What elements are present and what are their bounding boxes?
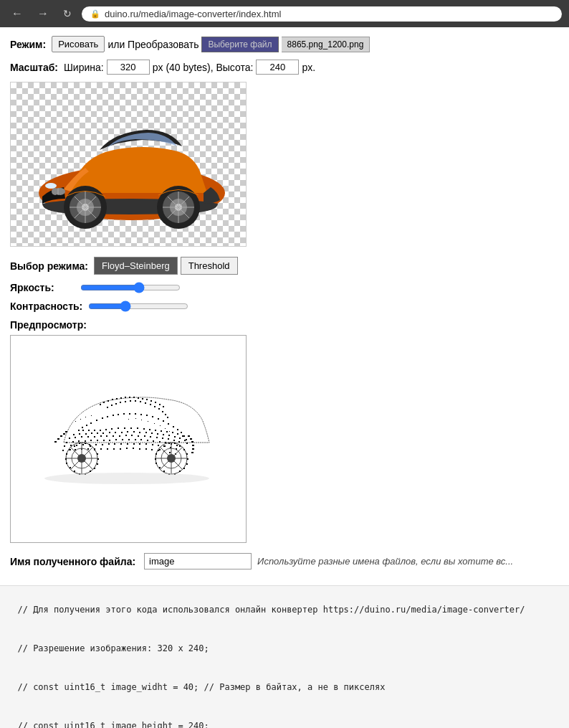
svg-rect-128 (122, 439, 123, 440)
svg-rect-125 (103, 440, 105, 441)
svg-rect-234 (179, 471, 181, 472)
forward-button[interactable]: → (33, 6, 53, 22)
svg-rect-201 (79, 443, 80, 444)
svg-rect-121 (78, 440, 80, 442)
svg-rect-106 (106, 435, 107, 437)
brightness-row: Яркость: (10, 282, 559, 293)
file-choose-button[interactable]: Выберите файл (201, 37, 278, 52)
svg-rect-134 (159, 441, 161, 443)
svg-rect-259 (190, 438, 192, 440)
svg-rect-117 (173, 440, 175, 441)
brightness-slider[interactable] (80, 282, 181, 293)
svg-rect-36 (158, 418, 159, 420)
floyd-steinberg-button[interactable]: Floyd–Steinberg (94, 257, 178, 275)
svg-rect-124 (97, 440, 98, 441)
svg-rect-169 (139, 448, 140, 450)
svg-rect-103 (87, 436, 89, 438)
svg-rect-111 (138, 435, 139, 437)
svg-rect-39 (173, 426, 174, 427)
svg-rect-49 (116, 398, 118, 400)
svg-rect-108 (119, 435, 120, 437)
svg-rect-174 (169, 452, 171, 453)
svg-rect-228 (179, 445, 181, 447)
svg-rect-171 (151, 449, 153, 450)
svg-rect-199 (70, 449, 71, 450)
svg-rect-22 (82, 427, 83, 428)
svg-rect-233 (183, 468, 185, 469)
mode-draw-button[interactable]: Рисовать (52, 36, 105, 52)
svg-rect-79 (182, 435, 183, 437)
svg-rect-208 (94, 468, 95, 469)
code-line-1: // Для получения этого кода использовалс… (17, 605, 525, 615)
svg-rect-240 (155, 458, 156, 460)
threshold-button[interactable]: Threshold (181, 257, 238, 275)
svg-rect-188 (162, 411, 163, 412)
back-button[interactable]: ← (7, 6, 27, 22)
contrast-label: Контрасность: (10, 301, 82, 312)
reload-button[interactable]: ↻ (59, 6, 76, 21)
svg-rect-45 (100, 404, 101, 405)
svg-rect-83 (91, 432, 92, 434)
svg-rect-75 (161, 430, 162, 432)
svg-rect-114 (156, 437, 158, 438)
height-input[interactable] (256, 60, 299, 75)
svg-rect-227 (174, 443, 176, 444)
svg-rect-59 (159, 404, 161, 405)
svg-rect-241 (75, 421, 76, 422)
filename-label: Имя полученного файла: (10, 556, 135, 567)
svg-rect-213 (70, 467, 71, 468)
svg-rect-27 (107, 416, 108, 417)
contrast-slider[interactable] (88, 301, 188, 312)
contrast-row: Контрасность: (10, 301, 559, 312)
svg-rect-198 (66, 453, 67, 455)
svg-rect-130 (135, 439, 136, 440)
svg-rect-232 (186, 463, 188, 465)
svg-rect-74 (155, 430, 156, 431)
mode-select-row: Выбор режима: Floyd–Steinberg Threshold (10, 257, 559, 275)
svg-rect-120 (72, 441, 74, 443)
code-line-2: // Разрешение изображения: 320 x 240; (17, 643, 209, 653)
svg-rect-102 (81, 436, 82, 438)
scale-label: Масштаб: (10, 62, 58, 73)
width-input[interactable] (107, 60, 150, 75)
svg-rect-262 (192, 448, 194, 450)
svg-rect-256 (63, 433, 65, 435)
svg-rect-42 (183, 435, 185, 437)
svg-rect-84 (97, 432, 98, 434)
svg-rect-100 (69, 438, 70, 439)
svg-rect-183 (140, 401, 141, 402)
svg-rect-242 (80, 419, 81, 420)
svg-rect-96 (168, 435, 170, 436)
svg-rect-34 (146, 415, 148, 416)
svg-rect-224 (159, 449, 161, 450)
svg-rect-23 (86, 425, 87, 426)
svg-rect-231 (187, 458, 188, 460)
svg-rect-132 (147, 440, 148, 441)
svg-rect-146 (114, 443, 115, 445)
svg-rect-245 (128, 419, 129, 420)
svg-rect-202 (85, 443, 86, 444)
svg-rect-57 (150, 400, 152, 402)
svg-rect-110 (131, 435, 133, 436)
svg-rect-32 (135, 413, 136, 415)
svg-rect-143 (95, 444, 97, 445)
svg-rect-181 (130, 400, 131, 402)
svg-rect-67 (111, 428, 113, 430)
svg-rect-178 (115, 403, 117, 405)
svg-rect-145 (108, 443, 110, 445)
svg-rect-237 (163, 471, 165, 472)
svg-rect-60 (163, 406, 164, 407)
code-line-3: // const uint16_t image_widht = 40; // Р… (17, 682, 385, 692)
dithered-preview (10, 335, 247, 543)
page-content: Режим: Рисовать или Преобразовать Выбери… (0, 27, 569, 585)
height-unit: px. (302, 62, 315, 73)
svg-rect-229 (183, 449, 185, 450)
preview-label: Предпросмотр: (10, 319, 559, 331)
svg-rect-185 (150, 404, 151, 405)
svg-rect-52 (129, 397, 130, 398)
filename-input[interactable] (144, 553, 252, 569)
svg-rect-47 (107, 400, 109, 402)
address-bar[interactable]: 🔒 duino.ru/media/image-converter/index.h… (82, 6, 562, 22)
code-line-4: // const uint16_t image_height = 240; (17, 721, 209, 728)
svg-rect-72 (143, 428, 145, 430)
